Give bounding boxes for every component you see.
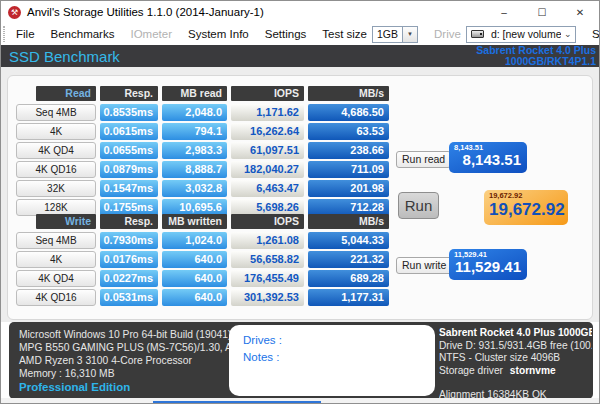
iops-value: 301,392.53 [231, 289, 304, 306]
drive-capacity: Drive D: 931.5/931.4GB free (100.0%) [439, 340, 592, 353]
motherboard-info: MPG B550 GAMING PLUS (MS-7C56)/1.30, AM4 [19, 341, 246, 354]
notes-label: Notes : [243, 349, 435, 366]
drives-label: Drives : [243, 332, 435, 349]
read-table: Read Resp. time MB read IOPS MB/s Seq 4M… [16, 86, 389, 218]
mb-read-value: 8,888.7 [162, 161, 227, 178]
menu-benchmarks[interactable]: Benchmarks [43, 25, 123, 43]
row-label-button[interactable]: 32K [16, 180, 96, 197]
menu-settings[interactable]: Settings [257, 25, 315, 43]
minimize-button[interactable]: – [485, 1, 523, 23]
bottom-accent-line [153, 401, 321, 403]
row-label-button[interactable]: Seq 4MB [16, 104, 96, 121]
window-title: Anvil's Storage Utilities 1.1.0 (2014-Ja… [27, 6, 264, 18]
run-button[interactable]: Run [398, 192, 439, 219]
info-panel: Microsoft Windows 10 Pro 64-bit Build (1… [9, 322, 593, 399]
menu-screenshot[interactable]: Screenshot [584, 25, 600, 43]
iops-value: 176,455.49 [231, 270, 304, 287]
mbs-value: 5,044.33 [308, 232, 389, 249]
test-size-label: Test size [314, 28, 372, 40]
storage-driver-value: stornvme [510, 365, 556, 376]
run-write-button[interactable]: Run write [396, 257, 452, 274]
resp-time-value: 0.0655ms [100, 142, 158, 159]
row-label-button[interactable]: 4K QD16 [16, 289, 96, 306]
app-icon: ⚒ [8, 6, 21, 19]
mbs-value: 689.28 [308, 270, 389, 287]
mb-written-header: MB written [162, 214, 227, 229]
resp-time-value: 0.0531ms [100, 289, 158, 306]
iops-value: 1,171.62 [231, 104, 304, 121]
menu-system-info[interactable]: System Info [180, 25, 257, 43]
read-header: Read [36, 86, 96, 101]
row-label-button[interactable]: 4K QD4 [16, 270, 96, 287]
menu-file[interactable]: File [8, 25, 43, 43]
system-info: Microsoft Windows 10 Pro 64-bit Build (1… [19, 328, 246, 380]
write-header: Write [36, 214, 96, 229]
mb-read-value: 3,032.8 [162, 180, 227, 197]
mb-written-value: 640.0 [162, 270, 227, 287]
test-size-select[interactable]: 1GB ▼ [372, 26, 418, 43]
menubar: File Benchmarks IOmeter System Info Sett… [1, 23, 599, 45]
header-band: SSD Benchmark Sabrent Rocket 4.0 Plus 10… [1, 45, 599, 67]
write-score-value: 11,529.41 [454, 259, 521, 275]
resp-time-value: 0.0176ms [100, 251, 158, 268]
chevron-down-icon: ⌄ [561, 29, 575, 39]
window-controls: – ☐ ✕ [485, 1, 599, 23]
mbs-value: 4,686.50 [308, 104, 389, 121]
mbs-value: 63.53 [308, 123, 389, 140]
iops-value: 61,097.51 [231, 142, 304, 159]
mbs-value: 711.09 [308, 161, 389, 178]
resp-time-value: 0.8535ms [100, 104, 158, 121]
read-score-badge: 8,143.51 8,143.51 [449, 142, 527, 173]
row-label-button[interactable]: 4K [16, 251, 96, 268]
drive-select[interactable]: d: [new volume] ⌄ [466, 26, 576, 43]
table-row: 4K 0.0176ms 640.0 56,658.82 221.32 [16, 251, 389, 268]
read-table-header: Read Resp. time MB read IOPS MB/s [16, 86, 389, 101]
table-row: 4K QD4 0.0655ms 2,983.3 61,097.51 238.66 [16, 142, 389, 159]
dropdown-arrow-icon[interactable]: ▼ [402, 27, 417, 42]
mb-read-value: 794.1 [162, 123, 227, 140]
table-row: 4K QD16 0.0879ms 8,888.7 182,040.27 711.… [16, 161, 389, 178]
mbs-value: 221.32 [308, 251, 389, 268]
app-window: ⚒ Anvil's Storage Utilities 1.1.0 (2014-… [0, 0, 600, 404]
resp-time-header: Resp. time [100, 214, 158, 229]
run-read-button[interactable]: Run read [396, 151, 451, 168]
iops-value: 182,040.27 [231, 161, 304, 178]
mbs-value: 201.98 [308, 180, 389, 197]
mbs-value: 238.66 [308, 142, 389, 159]
mbs-header: MB/s [308, 86, 389, 101]
resp-time-value: 0.0879ms [100, 161, 158, 178]
iops-header: IOPS [231, 86, 304, 101]
mbs-value: 1,177.31 [308, 289, 389, 306]
page-title: SSD Benchmark [1, 48, 120, 65]
iops-value: 6,463.47 [231, 180, 304, 197]
drive-info: Sabrent Rocket 4.0 Plus 1000GB/RKT4P1.1 … [439, 327, 592, 404]
mb-written-value: 640.0 [162, 289, 227, 306]
titlebar: ⚒ Anvil's Storage Utilities 1.1.0 (2014-… [1, 1, 599, 23]
table-row: 4K QD16 0.0531ms 640.0 301,392.53 1,177.… [16, 289, 389, 306]
maximize-button[interactable]: ☐ [523, 1, 561, 23]
row-label-button[interactable]: 4K [16, 123, 96, 140]
memory-info: Memory : 16,310 MB [19, 367, 246, 380]
drive-filesystem: NTFS - Cluster size 4096B [439, 352, 592, 365]
write-table: Write Resp. time MB written IOPS MB/s Se… [16, 214, 389, 308]
table-row: Seq 4MB 0.7930ms 1,024.0 1,261.08 5,044.… [16, 232, 389, 249]
close-button[interactable]: ✕ [561, 1, 599, 23]
resp-time-value: 0.7930ms [100, 232, 158, 249]
total-score-small: 19,672.92 [489, 192, 562, 200]
write-score-badge: 11,529.41 11,529.41 [449, 249, 527, 280]
resp-time-header: Resp. time [100, 86, 158, 101]
mbs-header: MB/s [308, 214, 389, 229]
row-label-button[interactable]: 4K QD16 [16, 161, 96, 178]
resp-time-value: 0.0615ms [100, 123, 158, 140]
drives-notes-box: Drives : Notes : [229, 325, 435, 396]
drive-value: d: [new volume] [487, 28, 561, 40]
mb-written-value: 1,024.0 [162, 232, 227, 249]
test-size-value: 1GB [373, 28, 402, 40]
table-row: 4K 0.0615ms 794.1 16,262.64 63.53 [16, 123, 389, 140]
write-table-header: Write Resp. time MB written IOPS MB/s [16, 214, 389, 229]
row-label-button[interactable]: 4K QD4 [16, 142, 96, 159]
read-score-value: 8,143.51 [454, 152, 521, 168]
iops-value: 16,262.64 [231, 123, 304, 140]
table-row: 4K QD4 0.0227ms 640.0 176,455.49 689.28 [16, 270, 389, 287]
row-label-button[interactable]: Seq 4MB [16, 232, 96, 249]
